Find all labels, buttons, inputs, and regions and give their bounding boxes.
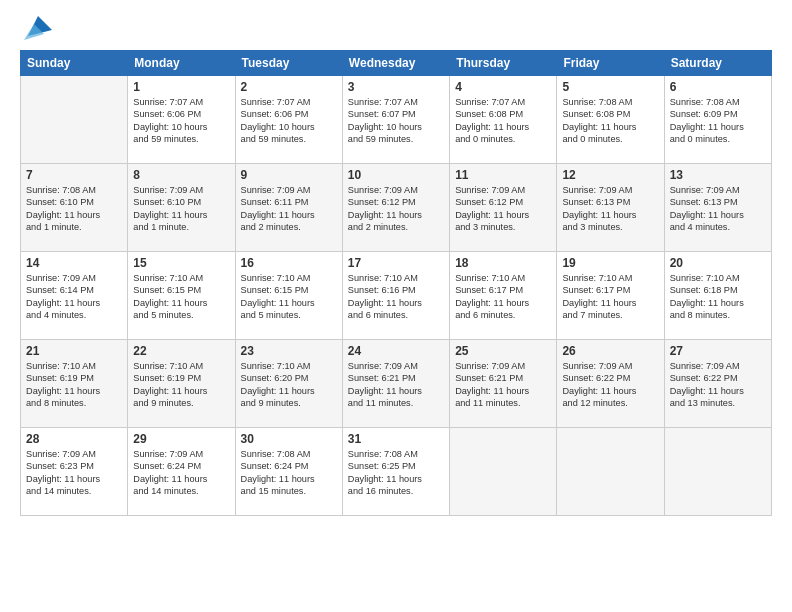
- day-info: Sunrise: 7:09 AM Sunset: 6:13 PM Dayligh…: [670, 184, 766, 234]
- day-number: 28: [26, 432, 122, 446]
- col-header-tuesday: Tuesday: [235, 51, 342, 76]
- day-cell: 23Sunrise: 7:10 AM Sunset: 6:20 PM Dayli…: [235, 340, 342, 428]
- day-info: Sunrise: 7:09 AM Sunset: 6:12 PM Dayligh…: [348, 184, 444, 234]
- day-cell: 26Sunrise: 7:09 AM Sunset: 6:22 PM Dayli…: [557, 340, 664, 428]
- day-number: 5: [562, 80, 658, 94]
- week-row-1: 1Sunrise: 7:07 AM Sunset: 6:06 PM Daylig…: [21, 76, 772, 164]
- day-info: Sunrise: 7:09 AM Sunset: 6:21 PM Dayligh…: [348, 360, 444, 410]
- day-info: Sunrise: 7:09 AM Sunset: 6:11 PM Dayligh…: [241, 184, 337, 234]
- day-number: 31: [348, 432, 444, 446]
- header-row: SundayMondayTuesdayWednesdayThursdayFrid…: [21, 51, 772, 76]
- day-number: 26: [562, 344, 658, 358]
- day-cell: 8Sunrise: 7:09 AM Sunset: 6:10 PM Daylig…: [128, 164, 235, 252]
- day-number: 7: [26, 168, 122, 182]
- day-number: 20: [670, 256, 766, 270]
- day-cell: 19Sunrise: 7:10 AM Sunset: 6:17 PM Dayli…: [557, 252, 664, 340]
- day-info: Sunrise: 7:10 AM Sunset: 6:19 PM Dayligh…: [133, 360, 229, 410]
- col-header-thursday: Thursday: [450, 51, 557, 76]
- day-info: Sunrise: 7:10 AM Sunset: 6:18 PM Dayligh…: [670, 272, 766, 322]
- day-cell: 12Sunrise: 7:09 AM Sunset: 6:13 PM Dayli…: [557, 164, 664, 252]
- day-info: Sunrise: 7:07 AM Sunset: 6:06 PM Dayligh…: [133, 96, 229, 146]
- day-number: 15: [133, 256, 229, 270]
- day-number: 14: [26, 256, 122, 270]
- day-cell: 22Sunrise: 7:10 AM Sunset: 6:19 PM Dayli…: [128, 340, 235, 428]
- day-info: Sunrise: 7:10 AM Sunset: 6:20 PM Dayligh…: [241, 360, 337, 410]
- col-header-saturday: Saturday: [664, 51, 771, 76]
- page: SundayMondayTuesdayWednesdayThursdayFrid…: [0, 0, 792, 612]
- day-info: Sunrise: 7:09 AM Sunset: 6:23 PM Dayligh…: [26, 448, 122, 498]
- day-info: Sunrise: 7:08 AM Sunset: 6:08 PM Dayligh…: [562, 96, 658, 146]
- day-info: Sunrise: 7:10 AM Sunset: 6:15 PM Dayligh…: [241, 272, 337, 322]
- day-info: Sunrise: 7:09 AM Sunset: 6:22 PM Dayligh…: [670, 360, 766, 410]
- col-header-monday: Monday: [128, 51, 235, 76]
- day-info: Sunrise: 7:08 AM Sunset: 6:25 PM Dayligh…: [348, 448, 444, 498]
- col-header-sunday: Sunday: [21, 51, 128, 76]
- day-number: 18: [455, 256, 551, 270]
- day-cell: [450, 428, 557, 516]
- day-cell: 30Sunrise: 7:08 AM Sunset: 6:24 PM Dayli…: [235, 428, 342, 516]
- day-info: Sunrise: 7:10 AM Sunset: 6:15 PM Dayligh…: [133, 272, 229, 322]
- day-number: 24: [348, 344, 444, 358]
- day-cell: 24Sunrise: 7:09 AM Sunset: 6:21 PM Dayli…: [342, 340, 449, 428]
- day-info: Sunrise: 7:07 AM Sunset: 6:07 PM Dayligh…: [348, 96, 444, 146]
- calendar-table: SundayMondayTuesdayWednesdayThursdayFrid…: [20, 50, 772, 516]
- day-cell: 3Sunrise: 7:07 AM Sunset: 6:07 PM Daylig…: [342, 76, 449, 164]
- day-cell: 6Sunrise: 7:08 AM Sunset: 6:09 PM Daylig…: [664, 76, 771, 164]
- day-cell: 7Sunrise: 7:08 AM Sunset: 6:10 PM Daylig…: [21, 164, 128, 252]
- day-number: 4: [455, 80, 551, 94]
- day-info: Sunrise: 7:08 AM Sunset: 6:24 PM Dayligh…: [241, 448, 337, 498]
- day-info: Sunrise: 7:08 AM Sunset: 6:10 PM Dayligh…: [26, 184, 122, 234]
- day-cell: 9Sunrise: 7:09 AM Sunset: 6:11 PM Daylig…: [235, 164, 342, 252]
- day-info: Sunrise: 7:09 AM Sunset: 6:12 PM Dayligh…: [455, 184, 551, 234]
- day-number: 1: [133, 80, 229, 94]
- day-number: 25: [455, 344, 551, 358]
- day-cell: 27Sunrise: 7:09 AM Sunset: 6:22 PM Dayli…: [664, 340, 771, 428]
- day-cell: 15Sunrise: 7:10 AM Sunset: 6:15 PM Dayli…: [128, 252, 235, 340]
- day-info: Sunrise: 7:10 AM Sunset: 6:17 PM Dayligh…: [455, 272, 551, 322]
- week-row-2: 7Sunrise: 7:08 AM Sunset: 6:10 PM Daylig…: [21, 164, 772, 252]
- day-cell: 28Sunrise: 7:09 AM Sunset: 6:23 PM Dayli…: [21, 428, 128, 516]
- day-cell: 18Sunrise: 7:10 AM Sunset: 6:17 PM Dayli…: [450, 252, 557, 340]
- day-cell: [557, 428, 664, 516]
- day-cell: [21, 76, 128, 164]
- day-info: Sunrise: 7:09 AM Sunset: 6:24 PM Dayligh…: [133, 448, 229, 498]
- day-number: 27: [670, 344, 766, 358]
- day-cell: 1Sunrise: 7:07 AM Sunset: 6:06 PM Daylig…: [128, 76, 235, 164]
- day-cell: [664, 428, 771, 516]
- day-info: Sunrise: 7:07 AM Sunset: 6:06 PM Dayligh…: [241, 96, 337, 146]
- week-row-4: 21Sunrise: 7:10 AM Sunset: 6:19 PM Dayli…: [21, 340, 772, 428]
- day-number: 9: [241, 168, 337, 182]
- day-number: 3: [348, 80, 444, 94]
- day-number: 16: [241, 256, 337, 270]
- header: [20, 16, 772, 40]
- day-cell: 2Sunrise: 7:07 AM Sunset: 6:06 PM Daylig…: [235, 76, 342, 164]
- day-cell: 21Sunrise: 7:10 AM Sunset: 6:19 PM Dayli…: [21, 340, 128, 428]
- day-info: Sunrise: 7:08 AM Sunset: 6:09 PM Dayligh…: [670, 96, 766, 146]
- day-number: 19: [562, 256, 658, 270]
- week-row-5: 28Sunrise: 7:09 AM Sunset: 6:23 PM Dayli…: [21, 428, 772, 516]
- logo: [20, 16, 52, 40]
- day-info: Sunrise: 7:10 AM Sunset: 6:19 PM Dayligh…: [26, 360, 122, 410]
- day-cell: 5Sunrise: 7:08 AM Sunset: 6:08 PM Daylig…: [557, 76, 664, 164]
- day-number: 2: [241, 80, 337, 94]
- day-cell: 10Sunrise: 7:09 AM Sunset: 6:12 PM Dayli…: [342, 164, 449, 252]
- day-number: 30: [241, 432, 337, 446]
- week-row-3: 14Sunrise: 7:09 AM Sunset: 6:14 PM Dayli…: [21, 252, 772, 340]
- col-header-wednesday: Wednesday: [342, 51, 449, 76]
- day-number: 8: [133, 168, 229, 182]
- day-cell: 17Sunrise: 7:10 AM Sunset: 6:16 PM Dayli…: [342, 252, 449, 340]
- day-info: Sunrise: 7:09 AM Sunset: 6:21 PM Dayligh…: [455, 360, 551, 410]
- col-header-friday: Friday: [557, 51, 664, 76]
- day-number: 11: [455, 168, 551, 182]
- day-info: Sunrise: 7:09 AM Sunset: 6:10 PM Dayligh…: [133, 184, 229, 234]
- day-info: Sunrise: 7:10 AM Sunset: 6:16 PM Dayligh…: [348, 272, 444, 322]
- day-cell: 31Sunrise: 7:08 AM Sunset: 6:25 PM Dayli…: [342, 428, 449, 516]
- day-number: 10: [348, 168, 444, 182]
- day-info: Sunrise: 7:09 AM Sunset: 6:22 PM Dayligh…: [562, 360, 658, 410]
- day-number: 12: [562, 168, 658, 182]
- day-cell: 25Sunrise: 7:09 AM Sunset: 6:21 PM Dayli…: [450, 340, 557, 428]
- day-info: Sunrise: 7:09 AM Sunset: 6:14 PM Dayligh…: [26, 272, 122, 322]
- day-number: 6: [670, 80, 766, 94]
- day-number: 29: [133, 432, 229, 446]
- day-cell: 14Sunrise: 7:09 AM Sunset: 6:14 PM Dayli…: [21, 252, 128, 340]
